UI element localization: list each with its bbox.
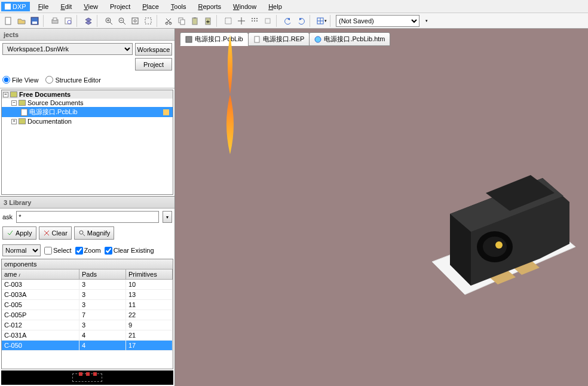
dxp-label: DXP	[13, 3, 26, 10]
magnify-icon	[78, 229, 85, 237]
menu-tools[interactable]: Tools	[165, 2, 192, 11]
clear-button[interactable]: Clear	[39, 226, 72, 240]
file-view-radio[interactable]: File View	[2, 76, 38, 84]
col-primitives-header[interactable]: Primitives	[126, 269, 173, 279]
3d-viewport[interactable]: 电源接口.PcbLib 电源接口.REP 电源接口.PcbLib.htm	[175, 29, 588, 386]
paste-icon[interactable]	[189, 15, 201, 27]
modified-icon	[163, 109, 169, 115]
new-file-icon[interactable]	[2, 15, 14, 27]
svg-line-43	[83, 234, 85, 236]
mask-input[interactable]	[16, 211, 159, 223]
save-icon[interactable]	[29, 15, 41, 27]
folder-icon	[19, 100, 26, 106]
table-row[interactable]: C-003A313	[2, 290, 173, 300]
zoom-in-icon[interactable]	[103, 15, 115, 27]
tree-file-pcblib[interactable]: 电源接口.PcbLib	[2, 107, 173, 117]
svg-rect-44	[186, 36, 192, 42]
tab-htm[interactable]: 电源接口.PcbLib.htm	[309, 32, 390, 46]
svg-rect-24	[194, 17, 196, 19]
zoom-out-icon[interactable]	[116, 15, 128, 27]
workspace-select[interactable]: Workspace1.DsnWrk	[2, 43, 133, 55]
svg-rect-0	[5, 17, 11, 24]
structure-editor-radio[interactable]: Structure Editor	[45, 76, 100, 84]
library-panel-header: 3 Library	[0, 197, 174, 209]
move-icon[interactable]	[235, 15, 247, 27]
tree-root[interactable]: −Free Documents	[2, 90, 173, 99]
zoom-fit-icon[interactable]	[129, 15, 141, 27]
3d-connector-model	[426, 160, 581, 310]
projects-tree[interactable]: −Free Documents −Source Documents 电源接口.P…	[1, 90, 173, 195]
cut-icon[interactable]	[163, 15, 174, 27]
svg-rect-27	[225, 18, 231, 24]
menu-project[interactable]: Project	[104, 2, 136, 11]
svg-point-31	[254, 18, 255, 19]
paste-special-icon[interactable]: +	[202, 15, 214, 27]
col-name-header[interactable]: ame /	[2, 269, 79, 279]
workspace-button[interactable]: Workspace	[135, 43, 172, 56]
svg-rect-16	[145, 18, 151, 24]
mask-dropdown[interactable]: ▾	[163, 211, 172, 223]
col-pads-header[interactable]: Pads	[79, 269, 126, 279]
zoom-area-icon[interactable]	[142, 15, 154, 27]
project-button[interactable]: Project	[135, 58, 172, 71]
svg-rect-36	[265, 19, 270, 23]
apply-button[interactable]: Apply	[2, 226, 36, 240]
svg-line-12	[123, 22, 125, 24]
svg-point-54	[483, 237, 507, 257]
redo-icon[interactable]	[295, 15, 307, 27]
table-row[interactable]: C-050417	[2, 341, 173, 351]
open-file-icon[interactable]	[16, 15, 27, 27]
saved-dropdown-arrow[interactable]: ▾	[421, 15, 433, 27]
normal-select[interactable]: Normal	[2, 244, 41, 256]
table-row[interactable]: C-01239	[2, 320, 173, 330]
components-table[interactable]: omponents ame / Pads Primitives C-003310…	[1, 259, 173, 369]
dxp-icon	[5, 4, 11, 10]
tree-source-documents[interactable]: −Source Documents	[2, 99, 173, 107]
table-row[interactable]: C-003310	[2, 280, 173, 290]
dxp-menu[interactable]: DXP	[1, 2, 30, 11]
menu-help[interactable]: Help	[262, 2, 288, 11]
pcblib-file-icon	[21, 109, 27, 116]
menu-place[interactable]: Place	[136, 2, 165, 11]
svg-point-15	[134, 20, 136, 22]
globe-icon	[314, 36, 321, 43]
menu-window[interactable]: Window	[227, 2, 262, 11]
table-row[interactable]: C-005311	[2, 300, 173, 310]
saved-state-dropdown[interactable]: (Not Saved)	[336, 15, 419, 27]
grid-icon[interactable]: ▾	[316, 15, 327, 27]
undo-icon[interactable]	[282, 15, 294, 27]
svg-rect-23	[192, 18, 197, 24]
svg-rect-45	[255, 36, 259, 42]
copy-icon[interactable]	[176, 15, 188, 27]
svg-point-33	[252, 20, 253, 22]
menu-reports[interactable]: Reports	[192, 2, 227, 11]
clear-existing-checkbox[interactable]: Clear Existing	[105, 247, 154, 255]
mask-label: ask	[2, 213, 13, 220]
svg-point-30	[252, 18, 253, 19]
print-preview-icon[interactable]	[62, 15, 74, 27]
menu-file[interactable]: File	[32, 2, 55, 11]
svg-point-35	[256, 20, 258, 22]
svg-point-32	[256, 18, 258, 19]
tree-documentation[interactable]: +Documentation	[2, 117, 173, 125]
select-checkbox[interactable]: Select	[44, 247, 72, 255]
table-row[interactable]: C-005P722	[2, 310, 173, 320]
snap-icon[interactable]	[249, 15, 261, 27]
svg-text:+: +	[206, 18, 210, 25]
layers-icon[interactable]	[82, 15, 94, 27]
menu-view[interactable]: View	[78, 2, 104, 11]
projects-panel-header: jects	[0, 29, 174, 41]
svg-point-42	[79, 231, 83, 234]
select-rect-icon[interactable]	[222, 15, 234, 27]
svg-rect-4	[53, 18, 57, 20]
magnify-button[interactable]: Magnify	[74, 226, 115, 240]
svg-rect-22	[180, 20, 185, 24]
tab-rep[interactable]: 电源接口.REP	[248, 32, 310, 46]
print-icon[interactable]	[49, 15, 61, 27]
table-row[interactable]: C-031A421	[2, 330, 173, 341]
zoom-checkbox[interactable]: Zoom	[75, 247, 101, 255]
menu-edit[interactable]: Edit	[54, 2, 78, 11]
svg-point-55	[495, 241, 503, 249]
pcblib-icon	[185, 36, 192, 43]
deselect-icon[interactable]	[262, 15, 274, 27]
